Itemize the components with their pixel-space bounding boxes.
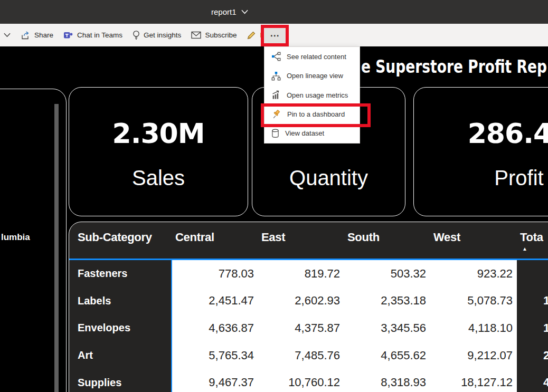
cell-labels-east[interactable]: 2,602.93	[258, 288, 344, 315]
powerbi-report-screen: e Superstore Profit Rep lumbia 2.30M Sal…	[0, 0, 548, 392]
see-related-content-label: See related content	[287, 53, 346, 61]
subscribe-button[interactable]: Subscribe	[191, 31, 237, 39]
app-title-bar: report1	[0, 0, 548, 24]
kpi-card-profit[interactable]: 286.40 Profit	[413, 87, 548, 216]
cell-fasteners-west[interactable]: 923.22	[430, 260, 517, 288]
cell-supplies-west[interactable]: 18,127.12	[430, 369, 517, 392]
more-options-menu: See related content Open lineage view	[264, 46, 360, 144]
highlight-box-more: ⋯	[261, 25, 289, 46]
menu-item-see-related-content[interactable]: See related content	[264, 47, 360, 66]
cell-labels-total[interactable]: 1	[517, 288, 548, 315]
report-name-chevron-down-icon[interactable]	[241, 9, 248, 14]
cell-art-central[interactable]: 5,765.34	[172, 342, 258, 369]
lineage-icon	[271, 71, 281, 81]
cell-envelopes-west[interactable]: 4,118.10	[430, 314, 517, 342]
open-lineage-view-label: Open lineage view	[287, 72, 343, 80]
cell-labels-central[interactable]: 2,451.47	[172, 288, 258, 315]
menu-item-open-usage-metrics[interactable]: Open usage metrics	[264, 85, 360, 104]
cell-envelopes-east[interactable]: 4,375.87	[258, 314, 344, 342]
open-usage-metrics-label: Open usage metrics	[287, 91, 348, 99]
cell-art-west[interactable]: 9,212.07	[430, 342, 517, 369]
view-dataset-label: View dataset	[285, 129, 324, 137]
cell-fasteners-south[interactable]: 503.32	[344, 260, 430, 288]
kpi-sales-value: 2.30M	[112, 119, 204, 148]
envelope-icon	[191, 31, 201, 39]
menu-item-pin-to-dashboard[interactable]: Pin to a dashboard	[264, 104, 360, 123]
cell-supplies-total[interactable]: 4	[517, 369, 548, 392]
sort-ascending-icon: ▲	[522, 246, 548, 252]
share-label: Share	[34, 31, 53, 39]
dataset-icon	[271, 129, 279, 138]
chat-in-teams-label: Chat in Teams	[77, 31, 122, 39]
cell-fasteners-central[interactable]: 778.03	[172, 260, 258, 288]
teams-icon	[63, 31, 73, 40]
column-header-south[interactable]: South	[344, 222, 430, 260]
kpi-profit-value: 286.40	[468, 119, 548, 148]
report-name: report1	[211, 7, 237, 16]
cell-art-south[interactable]: 4,655.62	[344, 342, 430, 369]
get-insights-button[interactable]: Get insights	[133, 30, 181, 40]
menu-item-open-lineage-view[interactable]: Open lineage view	[264, 66, 360, 85]
row-label-labels[interactable]: Labels	[69, 288, 172, 315]
cell-supplies-central[interactable]: 9,467.37	[172, 369, 258, 392]
column-header-east[interactable]: East	[258, 222, 344, 260]
share-icon	[21, 31, 31, 40]
slicer-scrollbar[interactable]	[54, 104, 59, 392]
kpi-profit-label: Profit	[494, 165, 543, 191]
pushpin-icon	[271, 109, 281, 119]
more-options-button[interactable]: ⋯	[270, 31, 280, 40]
collapse-chevron-down-icon[interactable]	[4, 33, 11, 37]
pencil-icon	[247, 31, 256, 40]
matrix-visual[interactable]: Sub-Category Central East South West Tot…	[69, 222, 548, 392]
cell-supplies-south[interactable]: 8,318.93	[344, 369, 430, 392]
kpi-quantity-label: Quantity	[289, 165, 368, 191]
cell-labels-south[interactable]: 2,353.18	[344, 288, 430, 315]
get-insights-label: Get insights	[144, 31, 181, 39]
pin-to-dashboard-label: Pin to a dashboard	[287, 110, 345, 118]
lightbulb-icon	[133, 30, 140, 40]
cell-art-total[interactable]: 2	[517, 342, 548, 369]
kpi-sales-label: Sales	[132, 165, 185, 191]
matrix-grid: Sub-Category Central East South West Tot…	[69, 222, 548, 392]
slicer-item-label[interactable]: lumbia	[1, 232, 30, 243]
menu-item-view-dataset[interactable]: View dataset	[264, 124, 360, 143]
related-content-icon	[271, 52, 281, 61]
cell-supplies-east[interactable]: 10,760.12	[258, 369, 344, 392]
chat-in-teams-button[interactable]: Chat in Teams	[63, 31, 122, 40]
cell-labels-west[interactable]: 5,078.73	[430, 288, 517, 315]
subscribe-label: Subscribe	[205, 31, 237, 39]
row-label-art[interactable]: Art	[69, 342, 172, 369]
cell-envelopes-south[interactable]: 3,345.56	[344, 314, 430, 342]
column-header-total-label: Tota	[520, 231, 548, 244]
report-page-title: e Superstore Profit Rep	[361, 56, 547, 77]
cell-fasteners-east[interactable]: 819.72	[258, 260, 344, 288]
cell-art-east[interactable]: 7,485.76	[258, 342, 344, 369]
column-header-central[interactable]: Central	[172, 222, 258, 260]
share-button[interactable]: Share	[21, 31, 53, 40]
column-header-west[interactable]: West	[430, 222, 517, 260]
cell-envelopes-central[interactable]: 4,636.87	[172, 314, 258, 342]
kpi-card-sales[interactable]: 2.30M Sales	[69, 87, 248, 216]
column-header-subcategory[interactable]: Sub-Category	[69, 222, 172, 260]
cell-envelopes-total[interactable]: 1	[517, 314, 548, 342]
row-label-fasteners[interactable]: Fasteners	[69, 260, 172, 288]
usage-metrics-icon	[271, 90, 281, 100]
row-label-supplies[interactable]: Supplies	[69, 369, 172, 392]
cell-fasteners-total[interactable]	[517, 260, 548, 288]
column-header-total[interactable]: Tota ▲	[517, 222, 548, 260]
row-label-envelopes[interactable]: Envelopes	[69, 314, 172, 342]
